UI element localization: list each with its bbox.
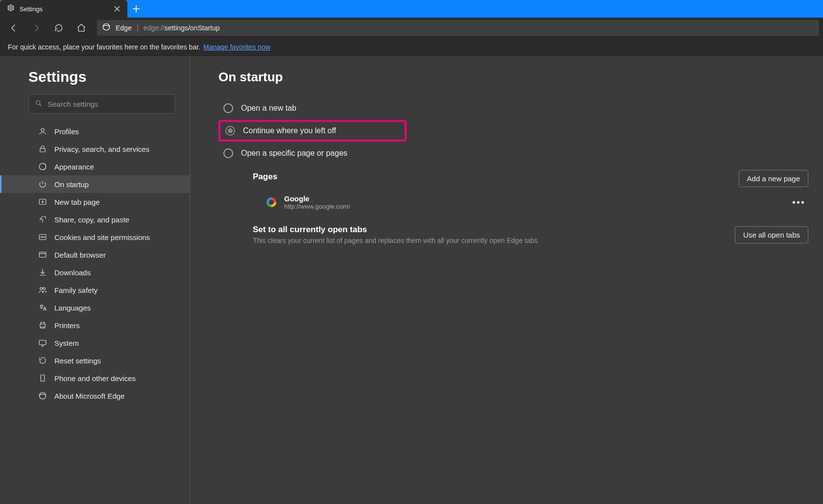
svg-point-13 [43, 288, 46, 290]
cookies-icon [38, 233, 48, 241]
page-entry-more-button[interactable]: ••• [789, 195, 808, 210]
main-panel: On startup Open a new tab Continue where… [190, 56, 823, 504]
appearance-icon [38, 162, 48, 171]
close-tab-button[interactable] [112, 3, 122, 14]
option-label: Continue where you left off [243, 126, 336, 135]
nav-family-safety[interactable]: Family safety [0, 281, 190, 299]
family-icon [38, 286, 48, 294]
nav-system[interactable]: System [0, 334, 190, 352]
profile-icon [38, 127, 48, 136]
google-favicon-icon [266, 197, 276, 207]
nav-profiles[interactable]: Profiles [0, 122, 190, 140]
home-button[interactable] [72, 18, 91, 38]
browser-tab[interactable]: Settings [0, 0, 127, 18]
pages-heading: Pages [253, 172, 277, 182]
back-button[interactable] [4, 18, 24, 38]
languages-icon [38, 303, 48, 312]
startup-option-new-tab[interactable]: Open a new tab [218, 98, 808, 118]
settings-nav: Profiles Privacy, search, and services A… [0, 122, 190, 405]
search-placeholder: Search settings [48, 100, 98, 108]
option-label: Open a specific page or pages [241, 149, 347, 158]
download-icon [38, 268, 48, 277]
svg-point-17 [39, 392, 46, 399]
startup-option-specific-pages[interactable]: Open a specific page or pages [218, 144, 808, 163]
share-icon [38, 215, 48, 224]
power-icon [38, 180, 48, 189]
page-entry-url: http://www.google.com/ [284, 203, 350, 210]
manage-favorites-link[interactable]: Manage favorites now [203, 43, 270, 51]
svg-point-10 [44, 237, 45, 238]
svg-point-1 [103, 24, 110, 30]
radio-icon [223, 148, 233, 158]
set-all-title: Set to all currently open tabs [253, 225, 537, 235]
edge-logo-icon [102, 23, 111, 33]
startup-option-continue[interactable]: Continue where you left off [223, 125, 336, 137]
new-tab-icon [38, 197, 48, 206]
address-brand: Edge [116, 24, 132, 32]
edge-icon [38, 391, 48, 400]
nav-default-browser[interactable]: Default browser [0, 246, 190, 264]
page-entry: Google http://www.google.com/ ••• [266, 192, 808, 213]
use-all-open-tabs-button[interactable]: Use all open tabs [735, 226, 808, 243]
favorites-hint: For quick access, place your favorites h… [8, 43, 200, 51]
refresh-button[interactable] [49, 18, 69, 38]
set-all-desc: This clears your current list of pages a… [253, 237, 537, 244]
page-title: On startup [218, 70, 808, 85]
nav-cookies[interactable]: Cookies and site permissions [0, 228, 190, 246]
system-icon [38, 338, 48, 347]
nav-privacy[interactable]: Privacy, search, and services [0, 140, 190, 158]
forward-button[interactable] [26, 18, 46, 38]
svg-point-8 [41, 237, 42, 238]
svg-point-0 [10, 7, 12, 9]
nav-reset-settings[interactable]: Reset settings [0, 352, 190, 369]
sidebar: Settings Search settings Profiles Privac… [0, 56, 190, 504]
svg-rect-11 [39, 252, 46, 258]
browser-icon [38, 250, 48, 259]
settings-gear-icon [7, 4, 15, 14]
set-all-tabs-section: Set to all currently open tabs This clea… [253, 225, 808, 244]
address-separator: | [137, 24, 139, 32]
nav-printers[interactable]: Printers [0, 316, 190, 334]
svg-point-12 [40, 288, 43, 290]
search-settings-input[interactable]: Search settings [28, 94, 175, 114]
page-entry-title: Google [284, 194, 350, 203]
new-tab-button[interactable] [127, 0, 145, 18]
favorites-bar: For quick access, place your favorites h… [0, 38, 823, 56]
nav-about-edge[interactable]: About Microsoft Edge [0, 387, 190, 405]
radio-icon [225, 126, 235, 136]
address-bar[interactable]: Edge | edge://settings/onStartup [97, 20, 819, 36]
svg-rect-15 [39, 340, 46, 345]
nav-new-tab-page[interactable]: New tab page [0, 193, 190, 211]
lock-icon [38, 144, 48, 153]
phone-icon [38, 374, 48, 383]
title-bar: Settings [0, 0, 823, 18]
svg-rect-7 [39, 235, 46, 240]
svg-point-9 [42, 237, 43, 238]
pages-section: Pages Add a new page Google http://www.g… [253, 169, 808, 244]
nav-share-copy-paste[interactable]: Share, copy, and paste [0, 211, 190, 228]
add-new-page-button[interactable]: Add a new page [739, 170, 808, 187]
address-url: edge://settings/onStartup [144, 24, 220, 32]
printer-icon [38, 321, 48, 330]
nav-appearance[interactable]: Appearance [0, 158, 190, 175]
radio-icon [223, 103, 233, 113]
content-area: Settings Search settings Profiles Privac… [0, 56, 823, 504]
nav-languages[interactable]: Languages [0, 299, 190, 316]
toolbar: Edge | edge://settings/onStartup [0, 18, 823, 38]
highlighted-option: Continue where you left off [218, 120, 407, 142]
search-icon [35, 99, 43, 109]
nav-phone-devices[interactable]: Phone and other devices [0, 369, 190, 387]
nav-downloads[interactable]: Downloads [0, 264, 190, 281]
option-label: Open a new tab [241, 104, 296, 113]
nav-on-startup[interactable]: On startup [0, 175, 190, 193]
tab-title: Settings [20, 5, 107, 13]
svg-point-2 [36, 100, 40, 104]
svg-point-3 [41, 128, 44, 131]
settings-heading: Settings [0, 69, 190, 94]
svg-rect-14 [40, 324, 46, 327]
reset-icon [38, 356, 48, 365]
svg-rect-4 [40, 148, 46, 152]
